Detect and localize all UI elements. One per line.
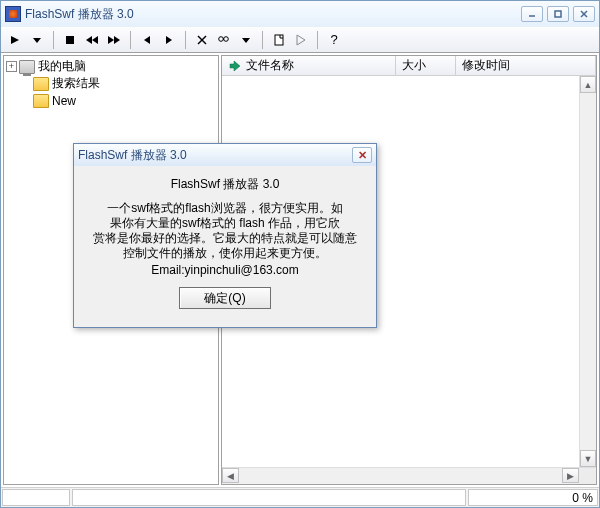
rewind-icon[interactable] — [82, 30, 102, 50]
maximize-button[interactable] — [547, 6, 569, 22]
tree-item-search[interactable]: 搜索结果 — [6, 75, 216, 92]
play-icon[interactable] — [5, 30, 25, 50]
column-size[interactable]: 大小 — [396, 56, 456, 75]
tree-item-new[interactable]: New — [6, 92, 216, 109]
scroll-up-icon[interactable]: ▲ — [580, 76, 596, 93]
separator — [130, 31, 131, 49]
minimize-button[interactable] — [521, 6, 543, 22]
status-cell-2 — [72, 489, 466, 506]
new-doc-icon[interactable] — [269, 30, 289, 50]
status-percent: 0 % — [468, 489, 598, 506]
scroll-right-icon[interactable]: ▶ — [562, 468, 579, 483]
column-name[interactable]: 文件名称 — [222, 56, 396, 75]
ok-button[interactable]: 确定(Q) — [179, 287, 271, 309]
dialog-titlebar[interactable]: FlashSwf 播放器 3.0 ✕ — [74, 144, 376, 166]
svg-marker-11 — [144, 36, 150, 44]
about-description: 一个swf格式的flash浏览器，很方便实用。如 果你有大量的swf格式的 fl… — [80, 201, 370, 261]
horizontal-scrollbar[interactable]: ◀ ▶ — [222, 467, 596, 484]
run-icon[interactable] — [291, 30, 311, 50]
tree-label: 搜索结果 — [51, 75, 101, 92]
list-header: 文件名称 大小 修改时间 — [222, 56, 596, 76]
scroll-corner — [579, 468, 596, 484]
scroll-left-icon[interactable]: ◀ — [222, 468, 239, 483]
about-dialog: FlashSwf 播放器 3.0 ✕ FlashSwf 播放器 3.0 一个sw… — [73, 143, 377, 328]
sort-arrow-icon — [228, 59, 242, 73]
scroll-down-icon[interactable]: ▼ — [580, 450, 596, 467]
svg-marker-10 — [114, 36, 120, 44]
app-icon — [5, 6, 21, 22]
titlebar[interactable]: FlashSwf 播放器 3.0 — [1, 1, 599, 27]
separator — [262, 31, 263, 49]
fast-forward-icon[interactable] — [104, 30, 124, 50]
stop-icon[interactable] — [60, 30, 80, 50]
tree-label: New — [51, 94, 77, 108]
find-icon[interactable] — [214, 30, 234, 50]
svg-marker-9 — [108, 36, 114, 44]
separator — [317, 31, 318, 49]
vertical-scrollbar[interactable]: ▲ ▼ — [579, 76, 596, 467]
tree-item-computer[interactable]: + 我的电脑 — [6, 58, 216, 75]
about-heading: FlashSwf 播放器 3.0 — [80, 176, 370, 193]
tree-label: 我的电脑 — [37, 58, 87, 75]
svg-marker-7 — [86, 36, 92, 44]
svg-marker-8 — [92, 36, 98, 44]
svg-point-15 — [219, 36, 224, 41]
svg-rect-19 — [275, 35, 283, 45]
statusbar: 0 % — [1, 487, 599, 507]
prev-frame-icon[interactable] — [137, 30, 157, 50]
close-button[interactable] — [573, 6, 595, 22]
dialog-close-button[interactable]: ✕ — [352, 147, 372, 163]
delete-icon[interactable] — [192, 30, 212, 50]
svg-rect-1 — [555, 11, 561, 17]
scroll-track[interactable] — [580, 93, 596, 450]
window-title: FlashSwf 播放器 3.0 — [25, 6, 521, 23]
main-window: FlashSwf 播放器 3.0 ? + — [0, 0, 600, 508]
svg-point-16 — [224, 36, 229, 41]
dropdown-icon[interactable] — [236, 30, 256, 50]
separator — [185, 31, 186, 49]
svg-marker-18 — [242, 38, 250, 43]
folder-icon — [33, 77, 49, 91]
scroll-track[interactable] — [239, 468, 562, 484]
help-icon[interactable]: ? — [324, 30, 344, 50]
column-date[interactable]: 修改时间 — [456, 56, 596, 75]
status-cell-1 — [2, 489, 70, 506]
expand-icon[interactable]: + — [6, 61, 17, 72]
svg-marker-12 — [166, 36, 172, 44]
svg-marker-5 — [33, 38, 41, 43]
svg-rect-6 — [66, 36, 74, 44]
column-label: 文件名称 — [246, 57, 294, 74]
dialog-title: FlashSwf 播放器 3.0 — [78, 147, 352, 164]
computer-icon — [19, 60, 35, 74]
about-email: Email:yinpinchuli@163.com — [80, 263, 370, 277]
svg-marker-20 — [297, 35, 305, 45]
toolbar: ? — [1, 27, 599, 53]
dropdown-icon[interactable] — [27, 30, 47, 50]
separator — [53, 31, 54, 49]
svg-marker-4 — [11, 36, 19, 44]
next-frame-icon[interactable] — [159, 30, 179, 50]
folder-icon — [33, 94, 49, 108]
